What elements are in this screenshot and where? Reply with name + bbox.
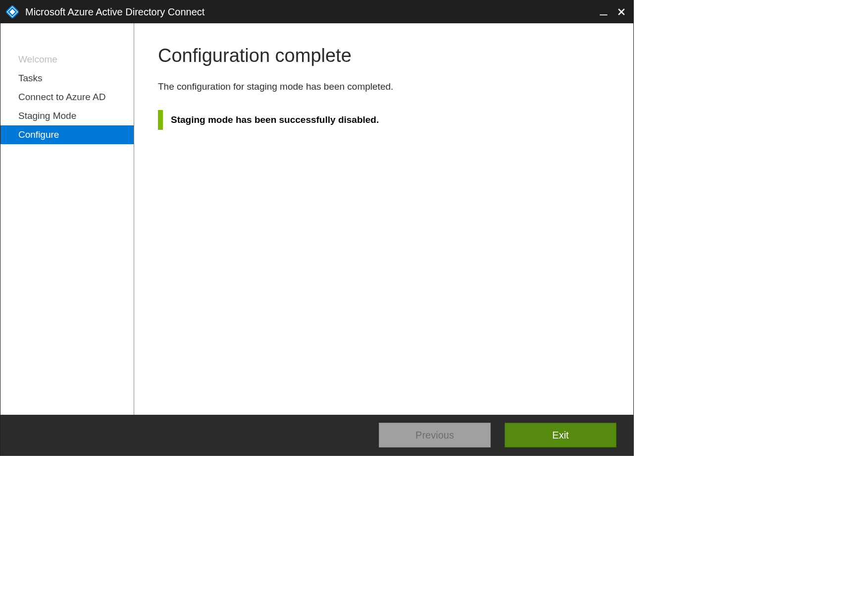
minimize-button[interactable]: _ [597, 1, 611, 15]
page-title: Configuration complete [158, 45, 610, 66]
sidebar-item-label: Connect to Azure AD [18, 92, 105, 103]
sidebar-item-tasks[interactable]: Tasks [0, 69, 134, 88]
previous-button: Previous [379, 423, 491, 447]
sidebar-item-label: Tasks [18, 73, 43, 84]
body: Welcome Tasks Connect to Azure AD Stagin… [0, 23, 633, 415]
main-content: Configuration complete The configuration… [134, 23, 633, 415]
previous-button-label: Previous [415, 430, 454, 441]
status-message: Staging mode has been successfully disab… [171, 114, 379, 125]
exit-button[interactable]: Exit [505, 423, 616, 447]
status-message-box: Staging mode has been successfully disab… [158, 110, 610, 130]
window-title: Microsoft Azure Active Directory Connect [25, 6, 597, 18]
close-button[interactable] [614, 5, 628, 19]
footer: Previous Exit [0, 415, 633, 455]
azure-logo-icon [5, 5, 19, 19]
sidebar-item-welcome[interactable]: Welcome [0, 50, 134, 69]
status-accent-bar [158, 110, 163, 130]
sidebar: Welcome Tasks Connect to Azure AD Stagin… [0, 23, 134, 415]
sidebar-item-connect-to-azure-ad[interactable]: Connect to Azure AD [0, 88, 134, 107]
sidebar-item-configure[interactable]: Configure [0, 125, 134, 144]
sidebar-item-staging-mode[interactable]: Staging Mode [0, 107, 134, 125]
exit-button-label: Exit [552, 430, 568, 441]
app-window: Microsoft Azure Active Directory Connect… [0, 0, 634, 456]
sidebar-item-label: Configure [18, 129, 59, 140]
page-description: The configuration for staging mode has b… [158, 81, 610, 92]
sidebar-item-label: Welcome [18, 54, 57, 65]
sidebar-item-label: Staging Mode [18, 111, 76, 121]
titlebar: Microsoft Azure Active Directory Connect… [0, 0, 633, 23]
